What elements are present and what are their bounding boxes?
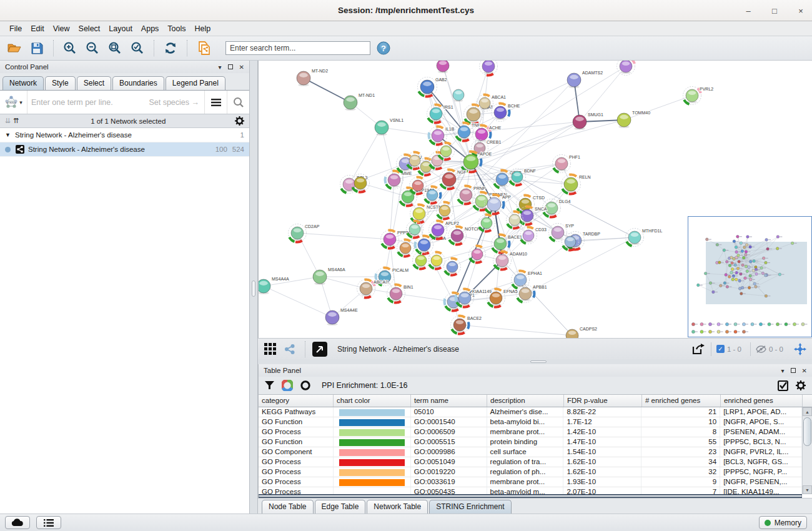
menu-tools[interactable]: Tools	[163, 22, 190, 35]
network-node-app[interactable]: APP	[485, 194, 512, 214]
ring-chart-icon[interactable]	[300, 380, 310, 390]
column-header-category[interactable]: category	[259, 395, 334, 407]
network-node-bace1[interactable]: BACE1	[492, 234, 523, 252]
network-row-selected[interactable]: String Network - Alzheimer's disease 100…	[0, 142, 249, 157]
network-node[interactable]	[469, 246, 486, 262]
string-search-button[interactable]	[227, 91, 249, 114]
network-node[interactable]	[407, 221, 423, 237]
network-node-mt-nd1[interactable]: MT-ND1	[344, 93, 375, 111]
panel-close-icon[interactable]: ✕	[239, 64, 244, 71]
network-node-il1b[interactable]: IL1B	[429, 126, 455, 144]
collapse-all-icon[interactable]: ⇊	[5, 117, 11, 125]
cloud-tasks-button[interactable]	[5, 516, 30, 529]
scrollbar-thumb[interactable]	[803, 417, 811, 446]
menu-file[interactable]: File	[5, 22, 26, 35]
network-node-cd2ap[interactable]: CD2AP	[289, 224, 320, 242]
table-row[interactable]: GO ComponentGO:0009986cell surface1.54E-…	[259, 447, 802, 457]
network-node-mthfd1l[interactable]: MTHFD1L	[626, 229, 663, 247]
tab-network[interactable]: Network	[2, 76, 44, 90]
menu-edit[interactable]: Edit	[26, 22, 49, 35]
network-canvas[interactable]: MT-ND2MT-ND1VSNL1GAB2ADAMTS2PVRL2TOMM40S…	[258, 61, 812, 338]
network-node[interactable]	[478, 214, 495, 231]
network-node-ms4a4e[interactable]: MS4A4E	[325, 308, 358, 325]
menu-view[interactable]: View	[49, 22, 74, 35]
select-checkbox-icon[interactable]	[778, 380, 788, 391]
share-view-button[interactable]	[282, 341, 298, 357]
view-grid-button[interactable]	[262, 341, 278, 357]
tab-legend-panel[interactable]: Legend Panel	[166, 76, 225, 90]
network-node-adamts2[interactable]: ADAMTS2	[567, 71, 603, 88]
menu-select[interactable]: Select	[74, 22, 105, 35]
string-protein-query-button[interactable]: STRING ▾	[0, 91, 27, 114]
table-row[interactable]: GO FunctionGO:0005515protein binding1.47…	[259, 437, 802, 447]
zoom-selected-button[interactable]	[128, 39, 147, 57]
table-row[interactable]: GO FunctionGO:0001540beta-amyloid bi...1…	[259, 417, 802, 427]
refresh-button[interactable]	[161, 39, 180, 57]
zoom-in-button[interactable]	[61, 39, 79, 57]
tab-node-table[interactable]: Node Table	[262, 500, 314, 514]
network-node-abca7[interactable]: ABCA7	[357, 279, 389, 297]
vertical-scrollbar[interactable]: ▲ ▼	[802, 407, 812, 494]
string-term-input[interactable]	[27, 98, 149, 107]
gear-icon[interactable]	[235, 116, 244, 126]
network-node[interactable]	[444, 258, 461, 275]
menu-layout[interactable]: Layout	[104, 22, 137, 35]
tab-boundaries[interactable]: Boundaries	[112, 76, 164, 90]
table-row[interactable]: GO ProcessGO:0033619membrane prot...1.93…	[259, 477, 802, 487]
network-node-bin1[interactable]: BIN1	[387, 284, 413, 302]
network-node-mt-nd2[interactable]: MT-ND2	[297, 69, 328, 86]
save-session-button[interactable]	[27, 39, 46, 57]
panel-menu-icon[interactable]: ▾	[219, 64, 222, 71]
column-header-term-name[interactable]: term name	[411, 395, 487, 407]
column-header-enriched-genes[interactable]: enriched genes	[721, 395, 803, 407]
set-species-hint[interactable]: Set species →	[149, 98, 204, 107]
gear-icon[interactable]	[796, 380, 806, 390]
network-node[interactable]	[438, 142, 455, 159]
tab-string-enrichment[interactable]: STRING Enrichment	[429, 500, 511, 514]
network-node-phf1[interactable]: PHF1	[553, 155, 581, 173]
network-node[interactable]	[397, 239, 414, 256]
network-node[interactable]	[453, 89, 464, 102]
network-node-bche[interactable]: BCHE	[492, 103, 520, 121]
expand-all-icon[interactable]: ⇈	[13, 117, 19, 125]
scrollbar-thumb[interactable]	[259, 495, 802, 497]
table-row[interactable]: KEGG Pathways05010Alzheimer's dise...8.8…	[259, 407, 802, 417]
network-node-gab2[interactable]: GAB2	[418, 77, 447, 97]
export-view-button[interactable]	[690, 341, 707, 357]
column-header-FDR-p-value[interactable]: FDR p-value	[564, 395, 642, 407]
network-node-cadps2[interactable]: CADPS2	[566, 327, 597, 338]
menu-apps[interactable]: Apps	[137, 22, 164, 35]
task-history-button[interactable]	[36, 516, 61, 529]
splitter-grip[interactable]	[252, 280, 255, 297]
table-row[interactable]: GO ProcessGO:0006509membrane prot...1.42…	[259, 427, 802, 437]
panel-menu-icon[interactable]: ▾	[781, 367, 785, 374]
network-node[interactable]	[437, 202, 453, 219]
open-in-browser-button[interactable]	[312, 342, 327, 357]
panel-close-icon[interactable]: ✕	[802, 367, 807, 374]
tree-expander-icon[interactable]: ▼	[5, 132, 15, 138]
tab-style[interactable]: Style	[45, 76, 76, 90]
network-node-tomm40[interactable]: TOMM40	[617, 111, 650, 128]
table-row[interactable]: GO ProcessGO:0051049regulation of tra...…	[259, 457, 802, 467]
network-node[interactable]	[617, 61, 635, 76]
network-node-vsnl1[interactable]: VSNL1	[375, 118, 404, 136]
column-header-chart-color[interactable]: chart color	[334, 395, 411, 407]
tab-select[interactable]: Select	[77, 76, 111, 90]
network-node[interactable]	[480, 61, 498, 76]
open-session-button[interactable]	[5, 39, 24, 57]
fit-selected-button[interactable]	[792, 341, 808, 357]
minimize-button[interactable]: –	[743, 6, 753, 16]
column-header--enriched-genes[interactable]: # enriched genes	[642, 395, 721, 407]
column-header-description[interactable]: description	[487, 395, 564, 407]
network-node-ms4a4a[interactable]: MS4A4A	[259, 277, 289, 294]
table-row[interactable]: GO ProcessGO:0019220regulation of ph...1…	[259, 467, 802, 477]
network-node-reln[interactable]: RELN	[562, 174, 591, 194]
network-node-pvrl2[interactable]: PVRL2	[683, 87, 714, 105]
panel-float-icon[interactable]	[228, 64, 233, 69]
donut-chart-icon[interactable]	[282, 380, 293, 391]
string-options-button[interactable]	[204, 91, 227, 114]
help-button[interactable]: ?	[374, 39, 393, 57]
network-node[interactable]	[437, 61, 449, 73]
network-node-chat[interactable]: CHAT	[464, 104, 494, 124]
horizontal-splitter[interactable]	[258, 359, 812, 364]
